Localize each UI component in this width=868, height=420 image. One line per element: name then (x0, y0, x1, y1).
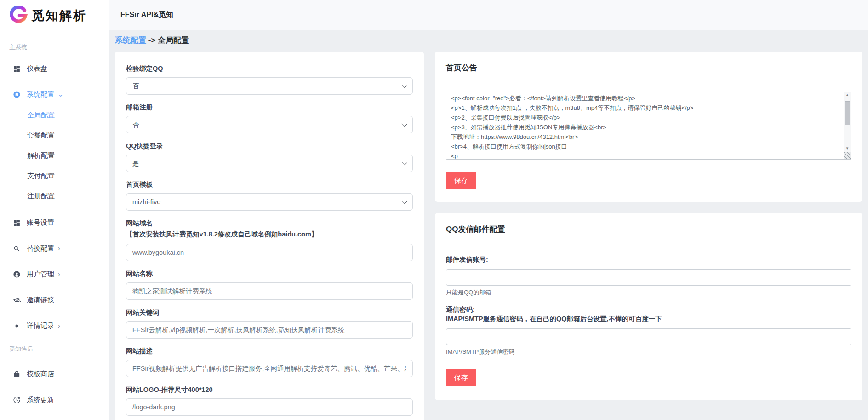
email-config-save-button[interactable]: 保存 (446, 369, 476, 386)
field-site-keywords: 网站关键词 (126, 308, 413, 339)
field-label: 首页模板 (126, 180, 413, 189)
field-label: QQ快捷登录 (126, 142, 413, 150)
email-config-card: QQ发信邮件配置 邮件发信账号: 只能是QQ的邮箱 通信密码: IMAP/SMT… (435, 213, 862, 400)
page-title: FFSir API&觅知 (120, 10, 173, 20)
site-domain-input[interactable] (126, 244, 413, 261)
select-value: 是 (132, 159, 139, 168)
select-value: 否 (132, 82, 139, 91)
email-account-input[interactable] (446, 269, 851, 286)
user-circle-icon (13, 270, 21, 278)
sidebar-item-user-management[interactable]: 用户管理 › (0, 268, 109, 281)
scrollbar-thumb[interactable] (845, 101, 850, 125)
update-clock-icon (13, 396, 21, 404)
textarea-scrollbar[interactable]: ▲ ▼ (844, 92, 851, 152)
field-sublabel: 【首次安装扶风计费觅知v1.8.2修改成自己域名例如baidu.com】 (126, 229, 413, 239)
field-label: 网站名称 (126, 270, 413, 278)
sidebar: 觅知解析 主系统 仪表盘 系统配置 ⌄ 全局配置 套餐配置 解析配置 (0, 0, 109, 420)
sidebar-item-label: 系统更新 (27, 396, 54, 404)
field-label: 网站描述 (126, 347, 413, 355)
scroll-down-icon[interactable]: ▼ (844, 145, 851, 152)
site-keywords-input[interactable] (126, 321, 413, 339)
sidebar-item-template-store[interactable]: 模板商店 (0, 368, 109, 380)
chevron-down-icon (402, 160, 407, 165)
field-home-template: 首页模板 mizhi-five (126, 180, 413, 211)
sidebar-section-aftersale: 觅知售后 (0, 345, 109, 352)
site-description-input[interactable] (126, 360, 413, 377)
email-account-hint: 只能是QQ的邮箱 (446, 288, 851, 297)
field-label: 网站域名 (126, 219, 413, 227)
announcement-card: 首页公告 <p><font color="red">必看：</font>请到解析… (435, 52, 862, 202)
sidebar-subitem-register-config[interactable]: 注册配置 (0, 190, 109, 201)
sidebar-item-system-config[interactable]: 系统配置 ⌄ (0, 88, 109, 101)
field-label: 检验绑定QQ (126, 64, 413, 73)
qq-quick-login-select[interactable]: 是 (126, 155, 413, 172)
announcement-save-button[interactable]: 保存 (446, 172, 476, 189)
home-circle-icon (13, 91, 21, 98)
dot-icon (13, 322, 21, 330)
sidebar-item-label: 邀请链接 (27, 296, 54, 305)
email-password-input[interactable] (446, 328, 851, 345)
field-label: 邮箱注册 (126, 103, 413, 111)
sidebar-item-account-settings[interactable]: 账号设置 (0, 216, 109, 229)
sidebar-subitem-global-config[interactable]: 全局配置 (0, 109, 109, 121)
breadcrumb-parent[interactable]: 系统配置 (115, 36, 146, 45)
main-area: FFSir API&觅知 系统配置 -> 全局配置 检验绑定QQ 否 (109, 0, 868, 420)
email-password-hint: IMAP/SMTP服务通信密码 (446, 348, 851, 356)
sidebar-item-label: 用户管理 (27, 270, 54, 279)
chevron-down-icon (402, 199, 407, 204)
sidebar-subitem-parse-config[interactable]: 解析配置 (0, 150, 109, 161)
sidebar-subitem-package-config[interactable]: 套餐配置 (0, 130, 109, 141)
sidebar-item-invite-link[interactable]: 邀请链接 (0, 293, 109, 306)
sidebar-subitem-pay-config[interactable]: 支付配置 (0, 170, 109, 181)
sidebar-item-label: 详情记录 (27, 322, 54, 330)
group-add-icon (13, 296, 21, 304)
grid-icon (13, 219, 21, 227)
field-site-logo: 网站LOGO-推荐尺寸400*120 (126, 385, 413, 416)
field-site-domain: 网站域名 【首次安装扶风计费觅知v1.8.2修改成自己域名例如baidu.com… (126, 219, 413, 261)
sidebar-item-label: 模板商店 (27, 370, 54, 379)
sidebar-item-dashboard[interactable]: 仪表盘 (0, 62, 109, 75)
breadcrumb: 系统配置 -> 全局配置 (115, 35, 862, 46)
field-label: 网站LOGO-推荐尺寸400*120 (126, 385, 413, 394)
global-config-card: 检验绑定QQ 否 邮箱注册 否 QQ快捷 (115, 52, 424, 420)
email-register-select[interactable]: 否 (126, 116, 413, 133)
resize-grip-icon[interactable] (844, 152, 851, 159)
field-site-name: 网站名称 (126, 270, 413, 300)
sidebar-item-detail-records[interactable]: 详情记录 › (0, 319, 109, 332)
chevron-right-icon: › (58, 245, 60, 252)
chevron-right-icon: › (58, 322, 60, 329)
sidebar-item-replace-config[interactable]: 替换配置 › (0, 242, 109, 255)
scroll-up-icon[interactable]: ▲ (844, 92, 851, 98)
home-template-select[interactable]: mizhi-five (126, 193, 413, 211)
breadcrumb-separator: -> (148, 36, 156, 45)
qq-bind-check-select[interactable]: 否 (126, 77, 413, 95)
announcement-textarea[interactable]: <p><font color="red">必看：</font>请到解析设置里查看… (446, 91, 851, 159)
field-qq-quick-login: QQ快捷登录 是 (126, 142, 413, 172)
content-area: 系统配置 -> 全局配置 检验绑定QQ 否 邮箱注册 (109, 30, 868, 420)
field-email-account: 邮件发信账号: 只能是QQ的邮箱 (446, 255, 851, 297)
sidebar-item-label: 仪表盘 (27, 64, 47, 73)
dashboard-icon (13, 65, 21, 73)
chevron-down-icon (402, 83, 407, 88)
chevron-right-icon: › (58, 271, 60, 277)
sidebar-item-label: 系统配置 (27, 90, 54, 99)
sidebar-menu-aftersale: 模板商店 系统更新 (0, 368, 109, 406)
email-account-label: 邮件发信账号: (446, 255, 851, 264)
field-email-register: 邮箱注册 否 (126, 103, 413, 133)
find-replace-icon (13, 245, 21, 253)
site-name-input[interactable] (126, 282, 413, 300)
app-window: 觅知解析 主系统 仪表盘 系统配置 ⌄ 全局配置 套餐配置 解析配置 (0, 0, 868, 420)
brand-logo[interactable]: 觅知解析 (0, 0, 109, 25)
site-logo-input[interactable] (126, 398, 413, 416)
sidebar-item-system-update[interactable]: 系统更新 (0, 393, 109, 406)
sidebar-menu: 仪表盘 系统配置 ⌄ 全局配置 套餐配置 解析配置 支付配置 注册配置 (0, 62, 109, 332)
field-email-password: 通信密码: IMAP/SMTP服务通信密码，在自己的QQ邮箱后台设置,不懂的可百… (446, 305, 851, 356)
email-password-label: 通信密码: (446, 305, 851, 314)
breadcrumb-current: 全局配置 (158, 36, 189, 45)
brand-name: 觅知解析 (32, 7, 87, 24)
field-site-description: 网站描述 (126, 347, 413, 377)
announcement-editor: <p><font color="red">必看：</font>请到解析设置里查看… (446, 91, 851, 160)
sidebar-item-label: 替换配置 (27, 244, 54, 253)
chevron-down-icon (402, 121, 407, 127)
select-value: 否 (132, 121, 139, 129)
